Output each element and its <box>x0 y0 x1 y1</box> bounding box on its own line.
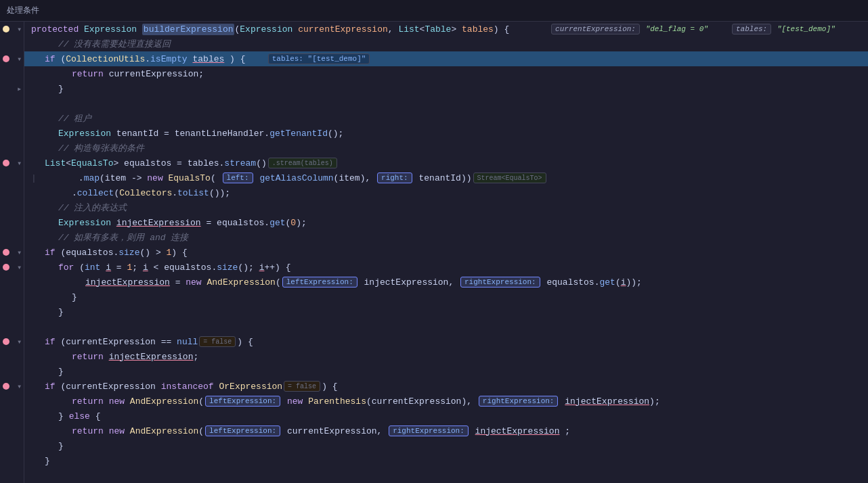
gutter-line-15 <box>0 230 24 245</box>
var-inject-expr: injectExpression <box>116 218 201 228</box>
gutter-line-21 <box>0 319 24 334</box>
hint-right-expr: rightExpression: <box>460 277 540 288</box>
var-tables-1: tables <box>192 54 224 64</box>
line-11-content: | . map ( item -> new EqualsTo ( <box>31 172 548 183</box>
type-expr2: Expression <box>240 24 292 34</box>
line-7-content: // 租户 <box>31 112 91 124</box>
gutter-line-20 <box>0 304 24 319</box>
method-gettenant: getTenantId <box>269 129 328 139</box>
code-line-3: if ( CollectionUtils . isEmpty tables ) … <box>24 51 868 66</box>
code-line-28: return new AndExpression ( leftExpressio… <box>24 423 868 438</box>
hint-null-val: = false <box>199 336 236 347</box>
line-12-content: . collect ( Collectors . toList ()); <box>31 188 230 198</box>
type-expression: Expression <box>84 24 137 34</box>
hint-left-expr3: leftExpression: <box>205 426 280 436</box>
code-line-12: . collect ( Collectors . toList ()); <box>24 185 868 200</box>
hint-left-expr: leftExpression: <box>282 277 357 288</box>
comment-no-table: // 没有表需要处理直接返回 <box>58 38 171 50</box>
hint-tables-val: "[test_demo]" <box>777 25 836 33</box>
kw-if-1: if <box>45 54 56 64</box>
var-handler: tenantLineHandler <box>175 129 265 139</box>
punc-paren: ( <box>234 24 240 34</box>
code-line-21 <box>24 319 868 334</box>
gutter-line-8 <box>0 126 24 141</box>
comment-inject: // 注入的表达式 <box>58 202 127 214</box>
method-builder: builderExpression <box>142 24 235 35</box>
code-line-23: return injectExpression ; <box>24 349 868 364</box>
code-line-5: } <box>24 81 868 96</box>
line-22-content: if ( currentExpression == null = false )… <box>31 336 253 347</box>
gutter-line-11 <box>0 170 24 185</box>
var-tables-2: tables <box>188 158 219 168</box>
code-line-8: Expression tenantId = tenantLineHandler … <box>24 126 868 141</box>
hint-or-val: = false <box>284 381 320 392</box>
comment-tenant: // 租户 <box>58 112 91 124</box>
param-tables: tables <box>462 24 494 34</box>
line-5-content: } <box>31 84 64 94</box>
line-2-content: // 没有表需要处理直接返回 <box>31 38 171 50</box>
gutter-line-26 <box>0 394 24 409</box>
gutter-line-18 <box>0 275 24 290</box>
line-27-content: } else { <box>31 411 100 421</box>
gutter-line-1[interactable] <box>0 22 24 37</box>
comment-build: // 构造每张表的条件 <box>58 142 144 154</box>
gutter-line-10[interactable] <box>0 156 24 170</box>
line-26-content: return new AndExpression ( leftExpressio… <box>31 396 660 407</box>
line-3-content: if ( CollectionUtils . isEmpty tables ) … <box>31 53 371 64</box>
hint-stream-tables: .stream(tables) <box>268 158 337 168</box>
method-stream: stream <box>224 158 256 168</box>
gutter-line-16[interactable] <box>0 245 24 260</box>
code-line-27: } else { <box>24 409 868 423</box>
code-line-10: List < EqualsTo > equalstos = tables . s… <box>24 156 868 170</box>
hint-right-expr2: rightExpression: <box>479 396 559 407</box>
line-28-content: return new AndExpression ( leftExpressio… <box>31 426 570 436</box>
code-lines: protected Expression builderExpression (… <box>24 22 868 468</box>
code-line-19: } <box>24 290 868 304</box>
method-isempty: isEmpty <box>150 54 188 64</box>
gutter-line-30 <box>0 453 24 468</box>
kw-return-1: return <box>72 69 104 79</box>
code-line-4: return currentExpression ; <box>24 66 868 81</box>
line-29-content: } <box>31 441 64 451</box>
gutter-line-17[interactable] <box>0 260 24 275</box>
line-15-content: // 如果有多表，则用 and 连接 <box>31 231 188 244</box>
var-equalsto: equalstos <box>124 158 171 168</box>
code-line-14: Expression injectExpression = equalstos … <box>24 215 868 230</box>
param-current: currentExpression <box>298 24 388 34</box>
gutter-line-3[interactable] <box>0 51 24 66</box>
line-13-content: // 注入的表达式 <box>31 202 127 214</box>
hint-stream-equals: Stream<EqualsTo> <box>473 172 546 183</box>
line-9-content: // 构造每张表的条件 <box>31 142 144 154</box>
type-expr3: Expression <box>58 129 111 139</box>
code-line-26: return new AndExpression ( leftExpressio… <box>24 394 868 409</box>
editor: 处理条件 <box>0 0 868 483</box>
line-30-content: } <box>31 456 50 466</box>
gutter-line-24 <box>0 364 24 379</box>
line-17-content: for ( int i = 1 ; i < <box>31 262 290 273</box>
gutter-line-22[interactable] <box>0 334 24 349</box>
code-line-25: if ( currentExpression instanceof OrExpr… <box>24 379 868 394</box>
code-area: protected Expression builderExpression (… <box>0 22 868 483</box>
gutter-line-27 <box>0 409 24 423</box>
gutter-line-4 <box>0 66 24 81</box>
hint-left: left: <box>223 172 253 183</box>
right-info: currentExpression: "del_flag = 0" tables… <box>536 24 835 34</box>
code-content: protected Expression builderExpression (… <box>24 22 868 483</box>
hint-current-expression: currentExpression: <box>551 24 640 34</box>
code-line-29: } <box>24 438 868 453</box>
top-bar: 处理条件 <box>0 0 868 22</box>
code-line-16: if ( equalstos . size () > 1 ) { <box>24 245 868 260</box>
type-list: List <box>45 158 66 168</box>
class-collection: CollectionUtils <box>66 54 145 64</box>
line-1-content: protected Expression builderExpression (… <box>31 24 509 35</box>
line-10-content: List < EqualsTo > equalstos = tables . s… <box>31 158 339 168</box>
top-bar-title: 处理条件 <box>7 5 39 16</box>
gutter <box>0 22 24 483</box>
gutter-line-25[interactable] <box>0 379 24 394</box>
line-18-content: injectExpression = new AndExpression ( l… <box>31 277 642 288</box>
line-25-content: if ( currentExpression instanceof OrExpr… <box>31 381 338 392</box>
hint-tables-inline: tables: "[test_demo]" <box>268 53 370 64</box>
code-line-7: // 租户 <box>24 111 868 126</box>
gutter-line-5[interactable] <box>0 81 24 96</box>
line-24-content: } <box>31 367 64 377</box>
